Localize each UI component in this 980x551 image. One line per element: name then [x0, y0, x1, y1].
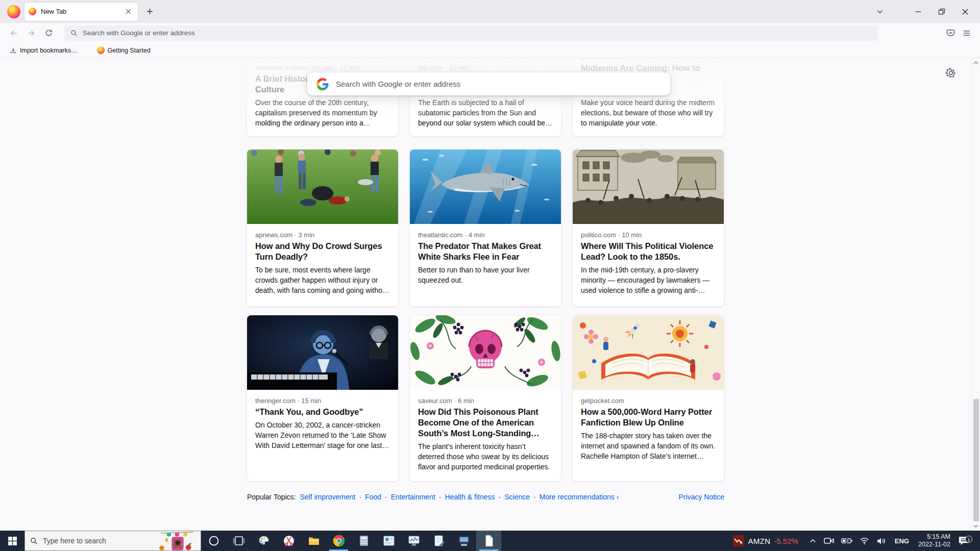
article-excerpt: On October 30, 2002, a cancer-stricken W…: [255, 420, 390, 450]
page-scrollbar[interactable]: [971, 58, 980, 531]
new-tab-button[interactable]: [142, 4, 157, 19]
article-body: getpocket.comHow a 500,000-Word Harry Po…: [573, 390, 724, 469]
reload-button[interactable]: [40, 26, 57, 41]
performance-monitor-icon[interactable]: [401, 531, 426, 551]
notepad-icon[interactable]: [426, 531, 451, 551]
article-source: theringer.com · 15 min: [255, 397, 390, 405]
article-title: How Did This Poisonous Plant Become One …: [418, 407, 553, 439]
firefox-icon: [97, 46, 105, 54]
article-source: theatlantic.com · 4 min: [418, 231, 553, 239]
clock[interactable]: 5:15 AM 2022-11-02: [914, 533, 955, 548]
windows-taskbar: Type here to search A: [0, 531, 980, 551]
footer-topic-link[interactable]: Food: [365, 493, 381, 501]
paint-3d-icon[interactable]: [251, 531, 276, 551]
system-report-icon[interactable]: [376, 531, 401, 551]
search-highlight-illustration[interactable]: [158, 531, 195, 550]
close-window-button[interactable]: [953, 0, 977, 23]
article-body: bbc.com · 10 minThe computer errors from…: [410, 58, 561, 136]
chevron-up-icon[interactable]: [805, 531, 820, 551]
article-card[interactable]: apnews.com · 3 minHow and Why Do Crowd S…: [247, 149, 398, 306]
footer-topic-link[interactable]: Health & fitness: [445, 493, 495, 501]
article-card[interactable]: theringer.com · 15 min“Thank You, and Go…: [247, 315, 398, 481]
volume-icon[interactable]: [873, 531, 890, 551]
bookmark-getting-started[interactable]: Getting Started: [93, 44, 154, 57]
language-indicator[interactable]: ENG: [890, 537, 914, 545]
file-explorer-icon[interactable]: [301, 531, 326, 551]
battery-icon[interactable]: [838, 531, 856, 551]
action-center-button[interactable]: 1: [955, 536, 973, 546]
url-bar[interactable]: Search with Google or enter address: [64, 26, 878, 41]
footer-topic-link[interactable]: Self improvement: [300, 493, 355, 501]
calculator-icon[interactable]: [351, 531, 376, 551]
pocket-icon[interactable]: [942, 26, 959, 41]
remote-desktop-icon[interactable]: [451, 531, 476, 551]
article-card[interactable]: theatlantic.com · 4 minThe Predator That…: [410, 149, 561, 306]
task-view-icon[interactable]: [226, 531, 251, 551]
list-all-tabs-icon[interactable]: [871, 3, 889, 21]
article-image: [247, 149, 398, 224]
wifi-icon[interactable]: [856, 531, 873, 551]
article-card[interactable]: bbc.com · 10 minThe computer errors from…: [410, 58, 561, 136]
article-image: [247, 315, 398, 390]
article-body: thereader.mitpress.mit.edu · 17 minA Bri…: [247, 58, 398, 136]
stock-change: -5.52%: [774, 537, 798, 545]
start-button[interactable]: [0, 531, 24, 551]
scroll-up-icon[interactable]: [973, 61, 978, 65]
footer-topic-link[interactable]: Science: [504, 493, 530, 501]
scrollbar-thumb[interactable]: [973, 399, 979, 521]
minimize-button[interactable]: [906, 0, 930, 23]
tab-new-tab[interactable]: New Tab: [24, 3, 138, 21]
article-body: theringer.com · 15 min“Thank You, and Go…: [247, 390, 398, 459]
article-image: [410, 149, 561, 224]
newtab-search-input[interactable]: Search with Google or enter address: [307, 72, 670, 95]
article-card[interactable]: getpocket.comMidterms Are Coming: How to…: [573, 58, 724, 136]
gear-icon[interactable]: [945, 67, 958, 80]
article-title: How a 500,000-Word Harry Potter Fanficti…: [581, 407, 716, 428]
popular-topics-label: Popular Topics:: [247, 493, 296, 501]
tab-bar: New Tab: [0, 0, 980, 23]
search-icon: [30, 537, 38, 545]
restore-button[interactable]: [930, 0, 953, 23]
stock-symbol: AMZN: [748, 537, 771, 545]
forward-button[interactable]: [22, 26, 40, 41]
newtab-search-placeholder: Search with Google or enter address: [336, 80, 460, 88]
footer-topic-link[interactable]: More recommendations ›: [540, 493, 619, 501]
article-card[interactable]: getpocket.comHow a 500,000-Word Harry Po…: [573, 315, 724, 481]
clock-time: 5:15 AM: [918, 533, 950, 541]
article-title: The Predator That Makes Great White Shar…: [418, 241, 553, 262]
article-excerpt: Over the course of the 20th century, cap…: [255, 97, 390, 128]
separator: ·: [499, 493, 501, 501]
article-card[interactable]: thereader.mitpress.mit.edu · 17 minA Bri…: [247, 58, 398, 136]
privacy-notice-link[interactable]: Privacy Notice: [679, 493, 724, 501]
article-body: getpocket.comMidterms Are Coming: How to…: [573, 58, 724, 136]
firefox-logo-icon: [7, 5, 20, 18]
cortana-icon[interactable]: [201, 531, 226, 551]
separator: ·: [359, 493, 361, 501]
tab-close-icon[interactable]: [122, 6, 134, 17]
scroll-down-icon[interactable]: [973, 524, 978, 528]
article-body: saveur.com · 6 minHow Did This Poisonous…: [410, 390, 561, 480]
article-excerpt: The plant’s inherent toxicity hasn’t det…: [418, 441, 553, 472]
text-document-icon[interactable]: [476, 531, 501, 551]
article-card[interactable]: politico.com · 10 minWhere Will This Pol…: [573, 149, 724, 306]
stock-chart-icon: [733, 535, 744, 546]
bookmark-label: Import bookmarks…: [20, 47, 78, 54]
menu-icon[interactable]: [959, 26, 975, 41]
article-excerpt: The Earth is subjected to a hail of suba…: [418, 97, 553, 128]
article-source: saveur.com · 6 min: [418, 397, 553, 405]
search-icon: [70, 30, 78, 37]
back-button[interactable]: [5, 26, 22, 41]
article-title: “Thank You, and Goodbye”: [255, 407, 390, 417]
tray-icons: [805, 531, 890, 551]
taskbar-search-input[interactable]: Type here to search: [24, 531, 201, 551]
separator: ·: [439, 493, 442, 501]
system-tray: AMZN -5.52% ENG 5:15 AM 2022-11-02 1: [733, 531, 980, 551]
article-card[interactable]: saveur.com · 6 minHow Did This Poisonous…: [410, 315, 561, 481]
chrome-icon[interactable]: [326, 531, 351, 551]
meet-now-icon[interactable]: [820, 531, 838, 551]
snip-sketch-icon[interactable]: [276, 531, 301, 551]
footer-topic-link[interactable]: Entertainment: [391, 493, 435, 501]
stock-ticker-widget[interactable]: AMZN -5.52%: [733, 535, 798, 546]
bookmark-import-bookmarks[interactable]: Import bookmarks…: [6, 44, 81, 57]
separator: ·: [533, 493, 536, 501]
